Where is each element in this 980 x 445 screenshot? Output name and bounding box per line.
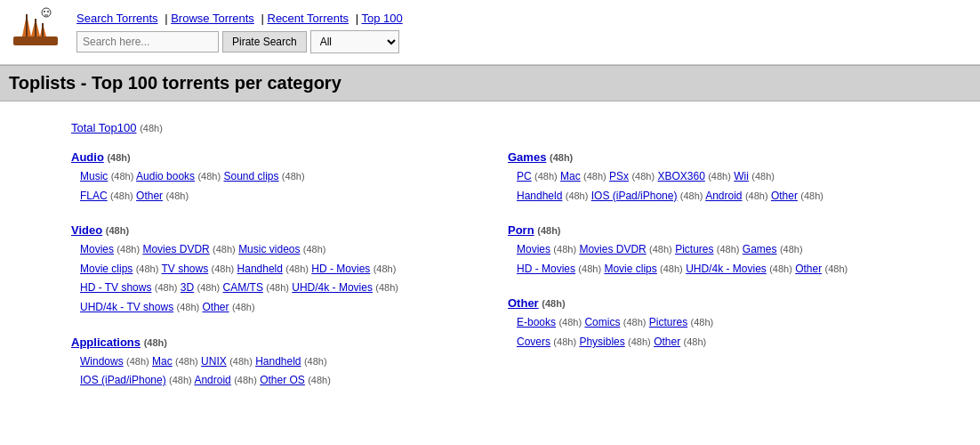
porn-movies[interactable]: Movies [517, 243, 550, 255]
porn-movies-dvdr[interactable]: Movies DVDR [579, 243, 646, 255]
video-movie-clips[interactable]: Movie clips [80, 263, 133, 275]
svg-rect-0 [13, 36, 58, 45]
porn-pictures[interactable]: Pictures [675, 243, 713, 255]
games-psx[interactable]: PSx [609, 170, 629, 182]
video-handheld[interactable]: Handheld [237, 263, 283, 275]
video-hd-tv-shows[interactable]: HD - TV shows [80, 281, 151, 294]
app-mac[interactable]: Mac [152, 355, 173, 368]
games-link[interactable]: Games [508, 150, 546, 164]
applications-link[interactable]: Applications [71, 336, 141, 349]
porn-link[interactable]: Porn [508, 223, 534, 237]
video-items: Movies (48h) Movies DVDR (48h) Music vid… [71, 240, 472, 317]
video-movies-dvdr[interactable]: Movies DVDR [142, 243, 209, 255]
games-ios[interactable]: IOS (iPad/iPhone) [591, 190, 678, 202]
category-games: Games (48h) PC (48h) Mac (48h) PSx (48h)… [508, 150, 909, 206]
audio-items: Music (48h) Audio books (48h) Sound clip… [71, 167, 472, 206]
video-uhd-tv-shows[interactable]: UHD/4k - TV shows [80, 301, 173, 313]
nav-top100[interactable]: Top 100 [361, 12, 402, 25]
games-title: Games (48h) [508, 150, 909, 164]
app-ios[interactable]: IOS (iPad/iPhone) [80, 374, 166, 386]
search-button[interactable]: Pirate Search [222, 31, 307, 53]
audio-link[interactable]: Audio [71, 150, 104, 164]
top-nav: Search Torrents | Browse Torrents | Rece… [76, 12, 406, 25]
other-title: Other (48h) [508, 296, 909, 310]
category-other: Other (48h) E-books (48h) Comics (48h) P… [508, 296, 909, 352]
total-top100: Total Top100 (48h) [71, 121, 909, 134]
video-music-videos[interactable]: Music videos [238, 243, 300, 255]
nav-search-torrents[interactable]: Search Torrents [76, 12, 158, 25]
category-video: Video (48h) Movies (48h) Movies DVDR (48… [71, 223, 472, 317]
logo [9, 5, 62, 59]
categories-grid: Audio (48h) Music (48h) Audio books (48h… [71, 150, 909, 409]
other-other[interactable]: Other [654, 336, 680, 348]
applications-items: Windows (48h) Mac (48h) UNIX (48h) Handh… [71, 352, 472, 391]
other-comics[interactable]: Comics [584, 316, 620, 328]
right-column: Games (48h) PC (48h) Mac (48h) PSx (48h)… [508, 150, 909, 409]
games-wii[interactable]: Wii [734, 170, 749, 182]
footer: Login/Upload | Forum | VPN | TOKEN TOR (… [71, 435, 909, 445]
video-movies[interactable]: Movies [80, 243, 114, 255]
search-input[interactable] [76, 31, 219, 53]
video-other[interactable]: Other [203, 301, 229, 313]
total-top100-link[interactable]: Total Top100 [71, 121, 137, 134]
games-items: PC (48h) Mac (48h) PSx (48h) XBOX360 (48… [508, 167, 909, 206]
porn-title: Porn (48h) [508, 223, 909, 237]
category-porn: Porn (48h) Movies (48h) Movies DVDR (48h… [508, 223, 909, 279]
nav-links: Search Torrents | Browse Torrents | Rece… [76, 12, 406, 53]
games-xbox360[interactable]: XBOX360 [657, 170, 704, 182]
video-title: Video (48h) [71, 223, 472, 237]
porn-uhd-movies[interactable]: UHD/4k - Movies [686, 263, 767, 275]
video-camts[interactable]: CAM/TS [223, 281, 263, 294]
search-bar: Pirate Search All Audio Video Applicatio… [76, 30, 406, 53]
app-android[interactable]: Android [194, 374, 230, 386]
page-title-bar: Toplists - Top 100 torrents per category [0, 65, 980, 101]
page-title: Toplists - Top 100 torrents per category [9, 73, 341, 93]
video-link[interactable]: Video [71, 223, 102, 237]
other-pictures[interactable]: Pictures [649, 316, 687, 328]
audio-audiobooks[interactable]: Audio books [136, 170, 195, 182]
games-pc[interactable]: PC [517, 170, 532, 182]
audio-soundclips[interactable]: Sound clips [223, 170, 278, 182]
other-items: E-books (48h) Comics (48h) Pictures (48h… [508, 313, 909, 352]
main-content: Total Top100 (48h) Audio (48h) Music (48… [0, 101, 980, 445]
nav-browse-torrents[interactable]: Browse Torrents [171, 12, 254, 25]
other-ebooks[interactable]: E-books [517, 316, 556, 328]
porn-items: Movies (48h) Movies DVDR (48h) Pictures … [508, 240, 909, 279]
games-other[interactable]: Other [771, 190, 798, 202]
category-applications: Applications (48h) Windows (48h) Mac (48… [71, 336, 472, 391]
other-physibles[interactable]: Physibles [579, 336, 624, 348]
video-hd-movies[interactable]: HD - Movies [311, 263, 370, 275]
video-tv-shows[interactable]: TV shows [162, 263, 209, 275]
video-3d[interactable]: 3D [181, 281, 194, 294]
porn-hd-movies[interactable]: HD - Movies [517, 263, 575, 275]
app-unix[interactable]: UNIX [201, 355, 227, 368]
audio-flac[interactable]: FLAC [80, 190, 108, 202]
games-handheld[interactable]: Handheld [517, 190, 562, 202]
header: Search Torrents | Browse Torrents | Rece… [0, 0, 980, 65]
audio-other[interactable]: Other [136, 190, 163, 202]
svg-point-9 [47, 11, 49, 12]
category-select[interactable]: All Audio Video Applications Games Porn … [310, 30, 399, 53]
nav-recent-torrents[interactable]: Recent Torrents [268, 12, 349, 25]
app-windows[interactable]: Windows [80, 355, 124, 368]
audio-title: Audio (48h) [71, 150, 472, 164]
other-covers[interactable]: Covers [517, 336, 550, 348]
games-android[interactable]: Android [705, 190, 742, 202]
porn-other[interactable]: Other [795, 263, 822, 275]
audio-music[interactable]: Music [80, 170, 108, 182]
left-column: Audio (48h) Music (48h) Audio books (48h… [71, 150, 472, 409]
applications-title: Applications (48h) [71, 336, 472, 349]
games-mac[interactable]: Mac [560, 170, 581, 182]
video-uhd-movies[interactable]: UHD/4k - Movies [292, 281, 373, 294]
other-link[interactable]: Other [508, 296, 539, 310]
porn-games[interactable]: Games [743, 243, 777, 255]
app-handheld[interactable]: Handheld [255, 355, 301, 368]
porn-movie-clips[interactable]: Movie clips [604, 263, 656, 275]
category-audio: Audio (48h) Music (48h) Audio books (48h… [71, 150, 472, 206]
app-otheros[interactable]: Other OS [260, 374, 305, 386]
svg-point-8 [44, 11, 45, 12]
